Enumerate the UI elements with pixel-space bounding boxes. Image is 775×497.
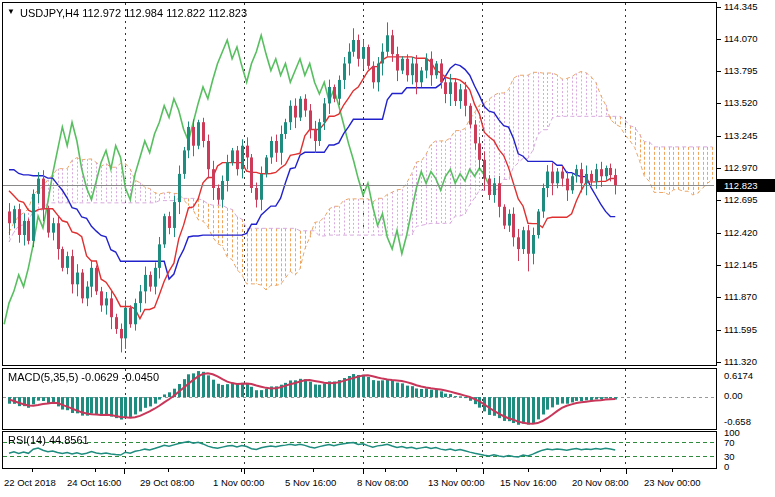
price-axis-label: 112.695 (724, 194, 758, 205)
price-axis-tick (717, 265, 721, 266)
price-axis-label: 112.145 (724, 259, 758, 270)
trading-terminal-window: ▼ USDJPY,H4 112.972 112.984 112.822 112.… (0, 0, 775, 497)
time-axis-separator-tick (244, 468, 245, 474)
price-axis-tick (717, 330, 721, 331)
price-axis-tick (717, 233, 721, 234)
price-axis[interactable]: 112.823 114.345114.070113.795113.520113.… (717, 0, 775, 497)
time-axis-separator-tick (363, 468, 364, 474)
price-axis-tick (717, 103, 721, 104)
time-axis-tick (168, 468, 169, 472)
rsi-label: RSI(14) 44.8561 (8, 434, 89, 446)
time-axis-tick (95, 468, 96, 472)
macd-axis-max: 0.6174 (724, 370, 753, 381)
time-axis-label: 29 Oct 08:00 (140, 477, 194, 488)
time-axis-tick (241, 468, 242, 472)
time-axis-label: 20 Nov 08:00 (572, 477, 629, 488)
price-axis-label: 111.320 (724, 356, 757, 367)
price-axis-label: 111.870 (724, 291, 757, 302)
rsi-chart-canvas[interactable] (3, 432, 714, 466)
time-axis-separator-tick (124, 468, 125, 474)
time-axis-tick (528, 468, 529, 472)
price-axis-label: 113.795 (724, 65, 758, 76)
price-axis-tick (717, 7, 721, 8)
price-axis-label: 114.345 (724, 1, 758, 12)
price-axis-tick (717, 71, 721, 72)
time-axis-tick (672, 468, 673, 472)
macd-label: MACD(5,35,5) -0.0629 -0.0450 (8, 371, 159, 383)
candlestick-chart-canvas[interactable] (3, 3, 714, 363)
price-axis-label: 112.970 (724, 162, 758, 173)
time-axis-label: 13 Nov 00:00 (428, 477, 485, 488)
time-axis-label: 23 Nov 00:00 (644, 477, 701, 488)
time-axis-label: 24 Oct 16:00 (67, 477, 121, 488)
price-axis-label: 111.595 (724, 324, 757, 335)
current-price-box: 112.823 (717, 179, 775, 192)
macd-axis-min: -0.658 (724, 416, 751, 427)
time-axis-separator-tick (626, 468, 627, 474)
macd-indicator-pane[interactable]: MACD(5,35,5) -0.0629 -0.0450 (2, 368, 717, 430)
time-axis-separator-tick (483, 468, 484, 474)
price-axis-tick (717, 168, 721, 169)
main-chart-pane[interactable]: ▼ USDJPY,H4 112.972 112.984 112.822 112.… (2, 2, 717, 366)
time-axis-label: 8 Nov 08:00 (357, 477, 408, 488)
chart-title: USDJPY,H4 112.972 112.984 112.822 112.82… (20, 7, 247, 19)
macd-axis-zero: 0.00 (724, 390, 743, 401)
time-axis-label: 1 Nov 00:00 (213, 477, 264, 488)
rsi-indicator-pane[interactable]: RSI(14) 44.8561 (2, 431, 717, 469)
time-axis-tick (32, 468, 33, 472)
price-axis-label: 112.420 (724, 227, 758, 238)
time-axis-tick (456, 468, 457, 472)
price-axis-label: 113.245 (724, 130, 758, 141)
time-axis-label: 5 Nov 16:00 (285, 477, 336, 488)
time-axis-label: 15 Nov 16:00 (500, 477, 557, 488)
time-axis[interactable]: 22 Oct 201824 Oct 16:0029 Oct 08:001 Nov… (2, 468, 715, 497)
price-axis-tick (717, 136, 721, 137)
time-axis-tick (600, 468, 601, 472)
price-axis-label: 113.520 (724, 97, 758, 108)
price-axis-label: 114.070 (724, 33, 758, 44)
price-axis-tick (717, 297, 721, 298)
price-axis-tick (717, 200, 721, 201)
time-axis-label: 22 Oct 2018 (4, 477, 56, 488)
price-axis-tick (717, 39, 721, 40)
price-axis-tick (717, 362, 721, 363)
chart-dropdown-icon[interactable]: ▼ (7, 7, 15, 16)
rsi-axis-label: 70 (724, 437, 735, 448)
time-axis-tick (313, 468, 314, 472)
time-axis-tick (385, 468, 386, 472)
rsi-axis-label: 0 (724, 461, 729, 472)
